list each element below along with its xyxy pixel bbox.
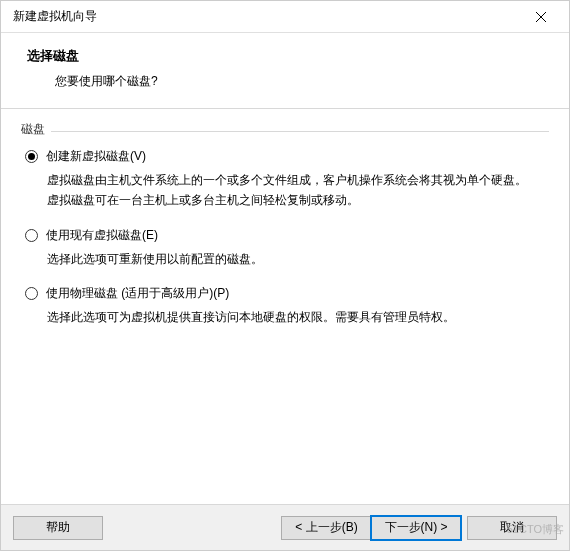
option-use-physical-disk-row[interactable]: 使用物理磁盘 (适用于高级用户)(P)	[25, 285, 545, 302]
option-use-existing-disk-row[interactable]: 使用现有虚拟磁盘(E)	[25, 227, 545, 244]
nav-button-group: < 上一步(B) 下一步(N) >	[275, 516, 461, 540]
wizard-footer: 帮助 < 上一步(B) 下一步(N) > 取消	[1, 504, 569, 550]
fieldset-header: 磁盘	[21, 121, 549, 142]
option-use-physical-disk: 使用物理磁盘 (适用于高级用户)(P) 选择此选项可为虚拟机提供直接访问本地硬盘…	[25, 285, 545, 328]
close-button[interactable]	[521, 3, 561, 31]
option-use-physical-disk-label: 使用物理磁盘 (适用于高级用户)(P)	[46, 285, 229, 302]
wizard-content: 磁盘 创建新虚拟磁盘(V) 虚拟磁盘由主机文件系统上的一个或多个文件组成，客户机…	[1, 109, 569, 504]
fieldset-divider	[51, 131, 549, 132]
wizard-header: 选择磁盘 您要使用哪个磁盘?	[1, 33, 569, 109]
radio-use-existing-disk[interactable]	[25, 229, 38, 242]
disk-options-group: 创建新虚拟磁盘(V) 虚拟磁盘由主机文件系统上的一个或多个文件组成，客户机操作系…	[21, 142, 549, 328]
fieldset-label: 磁盘	[21, 121, 51, 138]
window-title: 新建虚拟机向导	[13, 8, 521, 25]
option-create-new-disk-row[interactable]: 创建新虚拟磁盘(V)	[25, 148, 545, 165]
titlebar: 新建虚拟机向导	[1, 1, 569, 33]
page-subtitle: 您要使用哪个磁盘?	[27, 73, 543, 90]
wizard-dialog: 新建虚拟机向导 选择磁盘 您要使用哪个磁盘? 磁盘 创建新虚拟磁盘(V) 虚拟磁…	[0, 0, 570, 551]
help-button[interactable]: 帮助	[13, 516, 103, 540]
radio-create-new-disk[interactable]	[25, 150, 38, 163]
option-use-existing-disk: 使用现有虚拟磁盘(E) 选择此选项可重新使用以前配置的磁盘。	[25, 227, 545, 270]
page-title: 选择磁盘	[27, 47, 543, 65]
option-use-existing-disk-label: 使用现有虚拟磁盘(E)	[46, 227, 158, 244]
option-use-existing-disk-desc: 选择此选项可重新使用以前配置的磁盘。	[25, 244, 545, 270]
option-create-new-disk: 创建新虚拟磁盘(V) 虚拟磁盘由主机文件系统上的一个或多个文件组成，客户机操作系…	[25, 148, 545, 211]
close-icon	[536, 12, 546, 22]
option-create-new-disk-desc: 虚拟磁盘由主机文件系统上的一个或多个文件组成，客户机操作系统会将其视为单个硬盘。…	[25, 165, 545, 211]
back-button[interactable]: < 上一步(B)	[281, 516, 371, 540]
option-create-new-disk-label: 创建新虚拟磁盘(V)	[46, 148, 146, 165]
option-use-physical-disk-desc: 选择此选项可为虚拟机提供直接访问本地硬盘的权限。需要具有管理员特权。	[25, 302, 545, 328]
radio-use-physical-disk[interactable]	[25, 287, 38, 300]
cancel-button[interactable]: 取消	[467, 516, 557, 540]
next-button[interactable]: 下一步(N) >	[371, 516, 461, 540]
